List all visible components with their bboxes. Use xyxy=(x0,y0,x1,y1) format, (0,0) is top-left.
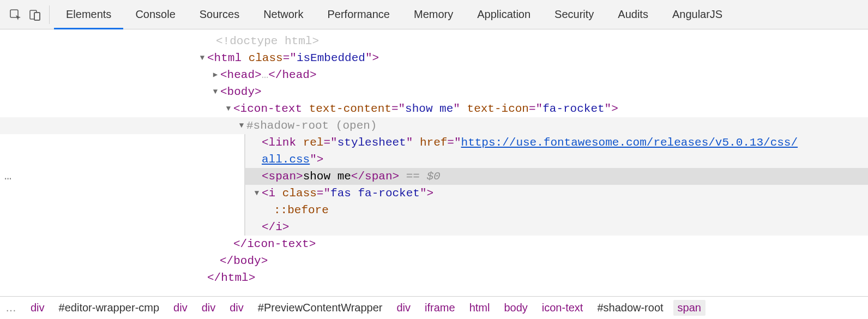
tab-sources[interactable]: Sources xyxy=(188,0,251,29)
dom-node-i[interactable]: ▼<i class="fas fa-rocket"> xyxy=(245,185,868,202)
dom-node-body[interactable]: ▼<body> xyxy=(0,83,868,100)
crumb-div[interactable]: div xyxy=(392,300,415,316)
href-url-part2[interactable]: all.css xyxy=(262,153,310,166)
href-url-part1[interactable]: https://use.fontawesome.com/releases/v5.… xyxy=(461,136,798,149)
tag-name: head xyxy=(282,69,309,81)
tab-audits[interactable]: Audits xyxy=(606,0,660,29)
tag-name: icon-text xyxy=(247,238,309,250)
tag-name: body xyxy=(233,255,261,267)
tag-name: icon-text xyxy=(240,103,302,115)
tab-angularjs[interactable]: AngularJS xyxy=(660,0,734,29)
dom-node-doctype[interactable]: <!doctype html> xyxy=(0,33,868,50)
attr-name: text-icon xyxy=(467,103,529,115)
tab-label: Application xyxy=(477,8,531,21)
dom-node-html-close[interactable]: </html> xyxy=(0,269,868,286)
dom-node-span-selected[interactable]: … <span>show me</span> == $0 xyxy=(245,168,868,185)
tab-security[interactable]: Security xyxy=(542,0,606,29)
crumb-preview-content-wrapper[interactable]: #PreviewContentWrapper xyxy=(254,300,387,316)
dom-node-html[interactable]: ▼<html class="isEmbedded"> xyxy=(0,50,868,67)
tab-label: Security xyxy=(554,8,594,21)
crumb-div[interactable]: div xyxy=(26,300,49,316)
dom-node-head[interactable]: ▶<head>…</head> xyxy=(0,67,868,83)
tag-name: html xyxy=(221,272,248,284)
dom-node-link[interactable]: <link rel="stylesheet" href="https://use… xyxy=(245,134,868,151)
tab-network[interactable]: Network xyxy=(251,0,315,29)
breadcrumb-overflow-icon[interactable]: … xyxy=(5,302,21,314)
dom-node-shadow-root[interactable]: ▼#shadow-root (open) xyxy=(0,117,868,134)
crumb-div[interactable]: div xyxy=(197,300,220,316)
tag-name: span xyxy=(269,170,296,183)
attr-value: show me xyxy=(405,103,453,115)
crumb-html[interactable]: html xyxy=(465,300,495,316)
dom-node-i-close[interactable]: </i> xyxy=(245,219,868,236)
dom-node-pseudo-before[interactable]: ::before xyxy=(245,202,868,219)
selected-node-marker: == $0 xyxy=(399,170,441,183)
tag-name: body xyxy=(227,86,255,98)
tab-performance[interactable]: Performance xyxy=(316,0,402,29)
expand-arrow-icon[interactable]: ▼ xyxy=(225,100,232,117)
crumb-iframe[interactable]: iframe xyxy=(420,300,460,316)
tab-elements[interactable]: Elements xyxy=(54,0,123,29)
attr-name: href xyxy=(420,136,447,149)
crumb-editor-wrapper[interactable]: #editor-wrapper-cmp xyxy=(55,300,164,316)
divider xyxy=(49,5,50,24)
tab-label: AngularJS xyxy=(672,8,722,21)
gutter-ellipsis-icon[interactable]: … xyxy=(4,168,13,185)
attr-value: fas fa-rocket xyxy=(330,187,420,200)
text-node: show me xyxy=(303,170,351,183)
crumb-shadow-root[interactable]: #shadow-root xyxy=(593,300,667,316)
tag-name: i xyxy=(269,187,276,200)
tab-label: Memory xyxy=(414,8,453,21)
tab-label: Elements xyxy=(66,8,111,21)
devtools-tabbar: Elements Console Sources Network Perform… xyxy=(0,0,868,29)
tab-label: Audits xyxy=(618,8,648,21)
expand-arrow-icon[interactable]: ▼ xyxy=(253,185,261,202)
dom-node-body-close[interactable]: </body> xyxy=(0,252,868,269)
tab-label: Network xyxy=(263,8,303,21)
expand-arrow-icon[interactable]: ▼ xyxy=(212,83,219,100)
crumb-icon-text[interactable]: icon-text xyxy=(538,300,588,316)
tag-name: head xyxy=(227,69,255,81)
ellipsis: … xyxy=(262,69,269,81)
tab-console[interactable]: Console xyxy=(123,0,187,29)
expand-arrow-icon[interactable]: ▶ xyxy=(212,67,219,83)
crumb-span-selected[interactable]: span xyxy=(673,300,706,316)
tag-name: html xyxy=(214,52,242,64)
svg-rect-2 xyxy=(34,13,40,20)
elements-breadcrumb: … div #editor-wrapper-cmp div div div #P… xyxy=(0,296,868,319)
toggle-device-icon[interactable] xyxy=(25,5,45,25)
tab-label: Sources xyxy=(200,8,239,21)
shadow-root-children: <link rel="stylesheet" href="https://use… xyxy=(244,134,868,236)
expand-arrow-icon[interactable]: ▼ xyxy=(238,117,245,134)
attr-name: rel xyxy=(303,136,324,149)
attr-name: text-content xyxy=(309,103,391,115)
tag-name: i xyxy=(275,221,282,233)
tab-label: Console xyxy=(135,8,175,21)
tag-name: link xyxy=(269,136,296,149)
tab-label: Performance xyxy=(328,8,390,21)
expand-arrow-icon[interactable]: ▼ xyxy=(198,50,206,67)
dom-node-icon-text[interactable]: ▼<icon-text text-content="show me" text-… xyxy=(0,100,868,117)
pseudo-element: ::before xyxy=(274,204,329,216)
dom-node-icon-text-close[interactable]: </icon-text> xyxy=(0,236,868,252)
doctype-text: <!doctype html> xyxy=(216,35,319,47)
crumb-div[interactable]: div xyxy=(225,300,248,316)
shadow-root-label: #shadow-root (open) xyxy=(246,119,377,132)
inspect-element-icon[interactable] xyxy=(5,5,25,25)
tab-application[interactable]: Application xyxy=(465,0,542,29)
attr-name: class xyxy=(249,52,283,64)
crumb-body[interactable]: body xyxy=(499,300,532,316)
elements-dom-tree[interactable]: <!doctype html> ▼<html class="isEmbedded… xyxy=(0,29,868,296)
tag-name: span xyxy=(365,170,392,183)
attr-value: isEmbedded xyxy=(297,52,365,64)
attr-value: fa-rocket xyxy=(542,103,604,115)
crumb-div[interactable]: div xyxy=(169,300,192,316)
attr-name: class xyxy=(282,187,317,200)
attr-value: stylesheet xyxy=(337,136,406,149)
dom-node-link-cont[interactable]: all.css"> xyxy=(245,151,868,168)
tab-memory[interactable]: Memory xyxy=(402,0,465,29)
